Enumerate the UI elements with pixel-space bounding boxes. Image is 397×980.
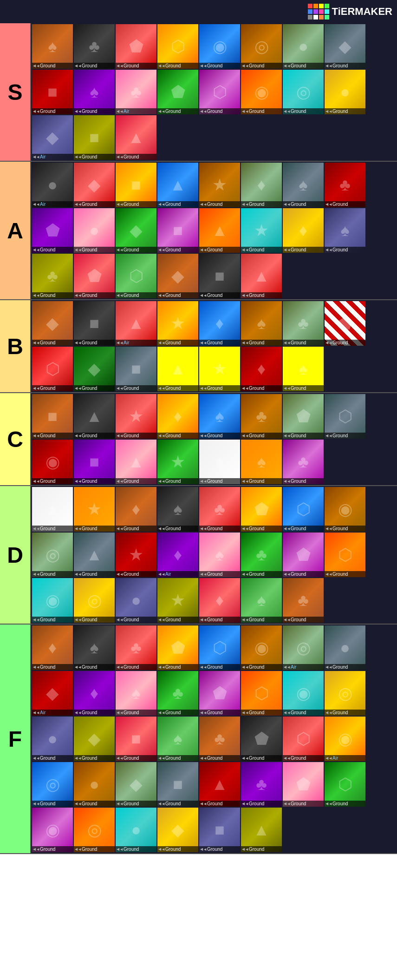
character-cell[interactable]: ◎◀Air bbox=[283, 625, 324, 670]
character-cell[interactable]: ◆◀Air bbox=[32, 115, 73, 160]
character-cell[interactable]: ♦◀Ground bbox=[241, 347, 282, 391]
character-cell[interactable]: ■◀Ground bbox=[157, 762, 198, 807]
character-cell[interactable]: ■◀Ground bbox=[199, 254, 240, 298]
character-cell[interactable]: ★◀Ground bbox=[116, 394, 156, 439]
character-cell[interactable]: ⬟◀Ground bbox=[116, 24, 156, 69]
character-cell[interactable]: ♦◀Ground bbox=[241, 163, 282, 207]
character-cell[interactable]: ⬟◀Ground bbox=[199, 671, 240, 716]
character-cell[interactable]: ◉◀Ground bbox=[241, 70, 282, 114]
character-cell[interactable]: ■◀Ground bbox=[116, 717, 156, 761]
character-cell[interactable]: ♣◀Ground bbox=[199, 487, 240, 532]
character-cell[interactable]: ♠◀Ground bbox=[199, 394, 240, 439]
character-cell[interactable]: ♣◀Air bbox=[116, 70, 156, 114]
character-cell[interactable]: ▲◀Air bbox=[116, 301, 156, 346]
character-cell[interactable]: ⬡◀Ground bbox=[157, 24, 198, 69]
character-cell[interactable]: ●◀Ground bbox=[74, 762, 115, 807]
character-cell[interactable]: ♣◀Ground bbox=[283, 440, 324, 484]
character-cell[interactable]: ⬟◀Ground bbox=[325, 301, 365, 346]
character-cell[interactable]: ⬡◀Ground bbox=[32, 347, 73, 391]
character-cell[interactable]: ⬟◀Ground bbox=[283, 533, 324, 577]
character-cell[interactable]: ◆◀Ground bbox=[116, 208, 156, 253]
character-cell[interactable]: ⬟◀Ground bbox=[74, 254, 115, 298]
character-cell[interactable]: ⬟◀Ground bbox=[241, 487, 282, 532]
character-cell[interactable]: ♠◀Ground bbox=[116, 671, 156, 716]
character-cell[interactable]: ⬡◀Ground bbox=[241, 671, 282, 716]
character-cell[interactable]: ◆◀Ground bbox=[74, 163, 115, 207]
character-cell[interactable]: ◆◀Ground bbox=[116, 762, 156, 807]
character-cell[interactable]: ♦◀Ground bbox=[199, 578, 240, 623]
character-cell[interactable]: ⬡◀Ground bbox=[283, 717, 324, 761]
character-cell[interactable]: ♠◀Ground bbox=[283, 347, 324, 391]
character-cell[interactable]: ▲◀Ground bbox=[157, 163, 198, 207]
character-cell[interactable]: ⬡◀Ground bbox=[325, 762, 365, 807]
character-cell[interactable]: ⬟◀Ground bbox=[157, 625, 198, 670]
character-cell[interactable]: ♣◀Ground bbox=[116, 625, 156, 670]
character-cell[interactable]: ♣◀Ground bbox=[241, 394, 282, 439]
character-cell[interactable]: ●◀Ground bbox=[283, 24, 324, 69]
character-cell[interactable]: ♦◀Ground bbox=[32, 625, 73, 670]
character-cell[interactable]: ⬡◀Ground bbox=[116, 254, 156, 298]
character-cell[interactable]: ⬟◀Ground bbox=[241, 717, 282, 761]
character-cell[interactable]: ■◀Ground bbox=[157, 208, 198, 253]
character-cell[interactable]: ♦◀Ground bbox=[157, 394, 198, 439]
character-cell[interactable]: ▲◀Ground bbox=[74, 533, 115, 577]
character-cell[interactable]: ♣◀Ground bbox=[283, 301, 324, 346]
character-cell[interactable]: ⬡◀Ground bbox=[283, 487, 324, 532]
character-cell[interactable]: ◎◀Ground bbox=[241, 24, 282, 69]
character-cell[interactable]: ▲◀Ground bbox=[116, 440, 156, 484]
character-cell[interactable]: ♦◀Ground bbox=[199, 301, 240, 346]
character-cell[interactable]: ■◀Ground bbox=[199, 808, 240, 852]
character-cell[interactable]: ◎◀Ground bbox=[74, 578, 115, 623]
character-cell[interactable]: ♣◀Ground bbox=[325, 163, 365, 207]
character-cell[interactable]: ●◀Ground bbox=[116, 808, 156, 852]
character-cell[interactable]: ▲◀Ground bbox=[241, 254, 282, 298]
character-cell[interactable]: ★◀Ground bbox=[199, 347, 240, 391]
character-cell[interactable]: ■◀Ground bbox=[116, 347, 156, 391]
character-cell[interactable]: ♠◀Ground bbox=[32, 24, 73, 69]
character-cell[interactable]: ◆◀Ground bbox=[74, 347, 115, 391]
character-cell[interactable]: ♠◀Ground bbox=[157, 717, 198, 761]
character-cell[interactable]: ♠◀Ground bbox=[241, 578, 282, 623]
character-cell[interactable]: ★◀Ground bbox=[157, 578, 198, 623]
character-cell[interactable]: ⬟◀Ground bbox=[283, 762, 324, 807]
character-cell[interactable]: ♣◀Ground bbox=[283, 578, 324, 623]
character-cell[interactable]: ★◀Ground bbox=[157, 301, 198, 346]
character-cell[interactable]: ♣◀Ground bbox=[199, 717, 240, 761]
character-cell[interactable]: ◉◀Ground bbox=[241, 625, 282, 670]
character-cell[interactable]: ★◀Ground bbox=[199, 163, 240, 207]
character-cell[interactable]: ♠◀Ground bbox=[74, 70, 115, 114]
character-cell[interactable]: ◆◀Ground bbox=[157, 254, 198, 298]
character-cell[interactable]: ◆◀Air bbox=[32, 671, 73, 716]
character-cell[interactable]: ★◀Ground bbox=[241, 208, 282, 253]
character-cell[interactable]: ⬡◀Ground bbox=[199, 625, 240, 670]
character-cell[interactable]: ◉◀Ground bbox=[283, 671, 324, 716]
character-cell[interactable]: ⬡◀Ground bbox=[325, 394, 365, 439]
character-cell[interactable]: ♦◀Air bbox=[157, 533, 198, 577]
character-cell[interactable]: ♠◀Ground bbox=[199, 533, 240, 577]
character-cell[interactable]: ◉◀Ground bbox=[325, 487, 365, 532]
character-cell[interactable]: ▲◀Ground bbox=[241, 808, 282, 852]
character-cell[interactable]: ♣◀Ground bbox=[32, 254, 73, 298]
character-cell[interactable]: ■◀Ground bbox=[116, 163, 156, 207]
character-cell[interactable]: ■◀Ground bbox=[74, 440, 115, 484]
character-cell[interactable]: ⬟◀Ground bbox=[32, 208, 73, 253]
character-cell[interactable]: ★◀Ground bbox=[74, 487, 115, 532]
character-cell[interactable]: ⬟◀Ground bbox=[283, 394, 324, 439]
character-cell[interactable]: ♠◀Ground bbox=[325, 208, 365, 253]
character-cell[interactable]: ■◀Ground bbox=[74, 115, 115, 160]
character-cell[interactable]: ♦◀Ground bbox=[74, 671, 115, 716]
character-cell[interactable]: ◉◀Ground bbox=[32, 578, 73, 623]
character-cell[interactable]: ◆◀Ground bbox=[74, 717, 115, 761]
character-cell[interactable]: ●◀Ground bbox=[116, 578, 156, 623]
character-cell[interactable]: ♠◀Ground bbox=[241, 301, 282, 346]
character-cell[interactable]: ◆◀Ground bbox=[325, 24, 365, 69]
character-cell[interactable]: ♣◀Ground bbox=[241, 762, 282, 807]
character-cell[interactable]: ♣◀Ground bbox=[74, 24, 115, 69]
character-cell[interactable]: ▲◀Ground bbox=[116, 115, 156, 160]
character-cell[interactable]: ●◀Ground bbox=[74, 208, 115, 253]
character-cell[interactable]: ♠◀Ground bbox=[241, 440, 282, 484]
character-cell[interactable]: ♠◀Ground bbox=[157, 487, 198, 532]
character-cell[interactable]: ★◀Ground bbox=[116, 533, 156, 577]
character-cell[interactable]: ♦◀Ground bbox=[283, 208, 324, 253]
character-cell[interactable]: ♠◀Ground bbox=[283, 163, 324, 207]
